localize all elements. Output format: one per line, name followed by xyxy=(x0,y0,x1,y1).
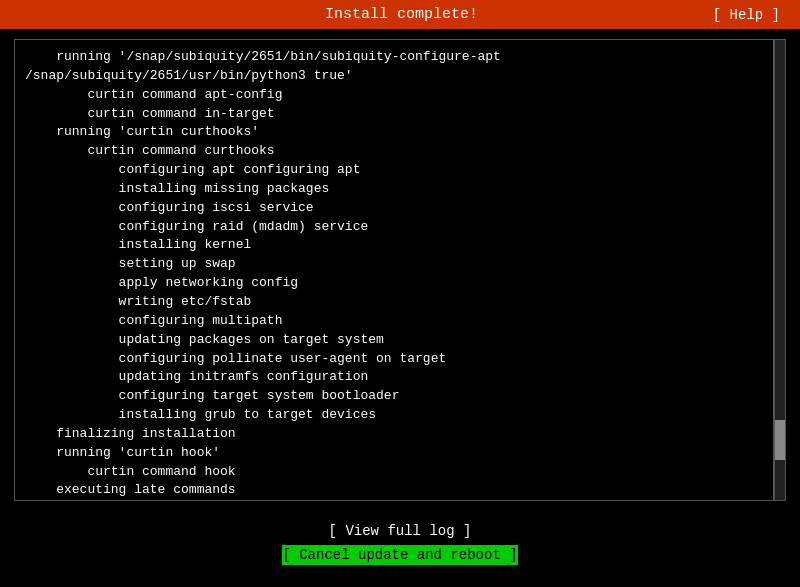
scrollbar[interactable] xyxy=(774,39,786,501)
cancel-reboot-button[interactable]: [ Cancel update and reboot ] xyxy=(282,545,517,565)
scrollbar-thumb[interactable] xyxy=(775,420,785,460)
header-help[interactable]: [ Help ] xyxy=(713,7,780,23)
log-container: running '/snap/subiquity/2651/bin/subiqu… xyxy=(14,39,774,501)
view-log-button[interactable]: [ View full log ] xyxy=(290,521,510,541)
footer: [ View full log ] [ Cancel update and re… xyxy=(0,521,800,573)
log-content: running '/snap/subiquity/2651/bin/subiqu… xyxy=(25,48,763,501)
header-title: Install complete! xyxy=(90,6,713,23)
header-bar: Install complete! [ Help ] xyxy=(0,0,800,29)
main-area: running '/snap/subiquity/2651/bin/subiqu… xyxy=(0,29,800,511)
